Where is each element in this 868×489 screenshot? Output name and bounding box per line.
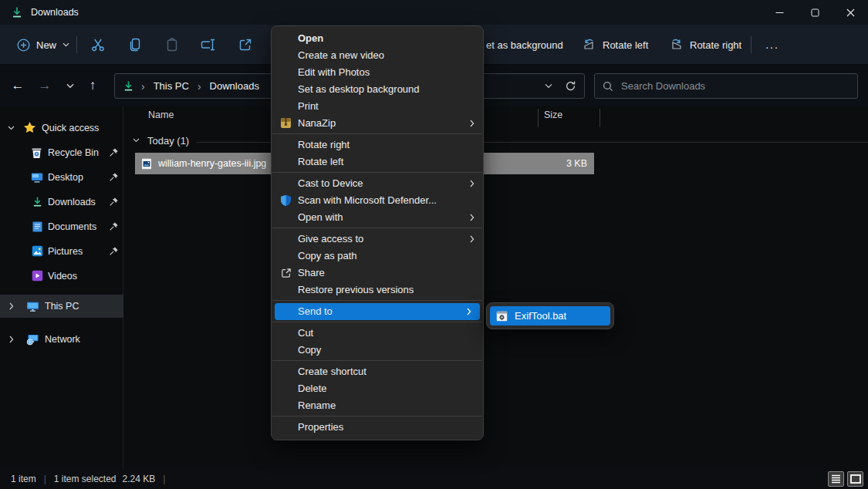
group-label: Today (1) [147, 135, 189, 147]
send-to-submenu: ExifTool.bat [486, 302, 614, 329]
menu-item-set-as-desktop-background[interactable]: Set as desktop background [272, 81, 483, 98]
menu-item-give-access-to[interactable]: Give access to [272, 231, 483, 248]
rename-icon [200, 37, 217, 52]
sidebar-item-pictures[interactable]: Pictures [0, 240, 123, 263]
up-button[interactable]: ↑ [79, 73, 106, 99]
back-button[interactable]: ← [5, 73, 31, 99]
more-options-button[interactable]: ... [759, 35, 785, 54]
rotate-right-icon [669, 38, 684, 52]
rotate-left-icon [582, 38, 596, 52]
menu-item-send-to[interactable]: Send to [275, 303, 480, 320]
file-pane: Name Size Today (1) william-henry-gates-… [123, 106, 868, 469]
thumbnail-view-button[interactable] [847, 471, 863, 487]
context-menu: Open Create a new video Edit with Photos… [271, 25, 484, 440]
downloads-folder-icon [11, 6, 23, 19]
submenu-item-label: ExifTool.bat [515, 310, 566, 322]
pin-icon [109, 246, 119, 256]
close-button[interactable] [833, 0, 868, 25]
set-as-background-button[interactable]: et as background [486, 25, 563, 65]
details-view-icon [831, 474, 841, 484]
maximize-button[interactable] [797, 0, 833, 25]
rotate-right-button[interactable]: Rotate right [664, 31, 746, 59]
menu-item-copy[interactable]: Copy [272, 342, 483, 359]
plus-circle-icon [17, 39, 30, 52]
status-divider: | [44, 474, 46, 484]
sidebar-item-label: Documents [48, 221, 96, 232]
submenu-item-exiftool[interactable]: ExifTool.bat [490, 306, 610, 325]
forward-button[interactable]: → [32, 73, 58, 99]
defender-shield-icon [280, 194, 292, 207]
menu-item-copy-as-path[interactable]: Copy as path [272, 248, 483, 265]
minimize-button[interactable] [762, 0, 797, 25]
menu-item-nanazip[interactable]: NanaZip [272, 115, 483, 132]
sidebar-item-downloads[interactable]: Downloads [0, 191, 123, 214]
column-header-size[interactable]: Size [544, 110, 562, 120]
pictures-icon [32, 245, 43, 257]
sidebar-item-recycle-bin[interactable]: Recycle Bin [0, 141, 123, 164]
sidebar-item-videos[interactable]: Videos [0, 265, 123, 288]
menu-item-create-a-new-video[interactable]: Create a new video [272, 47, 483, 64]
new-button[interactable]: New [9, 32, 77, 57]
menu-item-scan-with-defender[interactable]: Scan with Microsoft Defender... [272, 192, 483, 209]
sidebar-item-desktop[interactable]: Desktop [0, 166, 123, 189]
menu-item-print[interactable]: Print [272, 98, 483, 115]
sidebar-item-quick-access[interactable]: Quick access [0, 116, 123, 140]
submenu-arrow-icon [470, 235, 475, 243]
menu-item-cast-to-device[interactable]: Cast to Device [272, 175, 483, 192]
chevron-right-icon [9, 302, 14, 310]
search-placeholder: Search Downloads [621, 80, 705, 92]
menu-item-rename[interactable]: Rename [272, 397, 483, 414]
rotate-left-button[interactable]: Rotate left [577, 31, 653, 59]
address-dropdown-button[interactable] [538, 76, 559, 96]
submenu-arrow-icon [467, 308, 471, 315]
details-view-button[interactable] [828, 471, 844, 487]
network-icon [26, 333, 39, 346]
sidebar-item-this-pc[interactable]: This PC [0, 295, 123, 318]
column-header-name[interactable]: Name [148, 110, 174, 120]
column-divider[interactable] [599, 109, 600, 127]
menu-item-cut[interactable]: Cut [272, 325, 483, 342]
pin-icon [109, 147, 119, 157]
rotate-left-label: Rotate left [603, 39, 648, 51]
breadcrumb-this-pc[interactable]: This PC [152, 78, 191, 94]
refresh-button[interactable] [559, 76, 581, 96]
menu-item-open-with[interactable]: Open with [272, 209, 483, 226]
sidebar-item-network[interactable]: Network [0, 328, 123, 351]
menu-item-delete[interactable]: Delete [272, 380, 483, 397]
menu-item-restore-previous-versions[interactable]: Restore previous versions [272, 282, 483, 298]
rotate-right-label: Rotate right [690, 39, 741, 51]
menu-item-share[interactable]: Share [272, 265, 483, 282]
sidebar: Quick access Recycle Bin Desktop D [0, 106, 123, 469]
videos-icon [32, 270, 43, 282]
search-box[interactable]: Search Downloads [594, 73, 858, 99]
menu-item-open[interactable]: Open [272, 30, 483, 47]
menu-separator [272, 133, 482, 134]
thumbnail-view-icon [850, 474, 861, 484]
pin-icon [109, 221, 119, 231]
chevron-down-icon [62, 42, 69, 47]
breadcrumb-separator: › [141, 80, 145, 93]
menu-item-rotate-left[interactable]: Rotate left [272, 153, 483, 170]
share-button[interactable] [230, 31, 261, 59]
cut-button[interactable] [83, 31, 113, 59]
menu-item-rotate-right[interactable]: Rotate right [272, 137, 483, 153]
sidebar-item-label: Recycle Bin [48, 147, 99, 158]
download-icon [32, 196, 43, 207]
star-icon [23, 121, 36, 134]
menu-separator [272, 300, 482, 301]
refresh-icon [565, 80, 576, 92]
menu-item-properties[interactable]: Properties [272, 419, 483, 436]
sidebar-item-documents[interactable]: Documents [0, 215, 123, 238]
nanazip-icon [280, 117, 292, 129]
menu-item-edit-with-photos[interactable]: Edit with Photos [272, 64, 483, 81]
breadcrumb-downloads[interactable]: Downloads [208, 78, 261, 94]
toolbar-divider [76, 36, 77, 53]
menu-item-create-shortcut[interactable]: Create shortcut [272, 363, 483, 380]
rename-button[interactable] [193, 31, 224, 59]
image-file-icon [141, 158, 152, 170]
column-divider[interactable] [538, 109, 539, 127]
copy-button[interactable] [120, 31, 150, 59]
recycle-bin-icon [31, 147, 42, 159]
sidebar-item-label: Desktop [48, 172, 83, 183]
paste-button[interactable] [157, 31, 187, 59]
